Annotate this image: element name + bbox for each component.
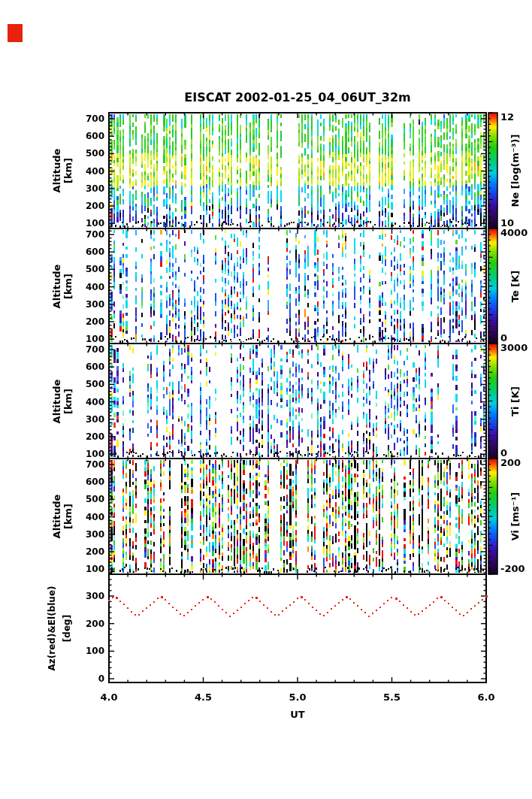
y-tick-label: 200: [77, 619, 104, 629]
y-tick-label: 0: [77, 673, 104, 684]
y-tick-label: 700: [77, 459, 104, 470]
y-tick-label: 600: [77, 247, 104, 257]
y-tick-label: 700: [77, 113, 104, 124]
red-marker-square: [8, 24, 23, 42]
x-tick-label: 4.5: [186, 692, 221, 703]
colorbar-max-label: 4000: [500, 228, 527, 238]
colorbar-title: Ti [K]: [510, 386, 521, 416]
y-tick-label: 500: [77, 264, 104, 274]
x-tick-label: 4.0: [92, 692, 126, 703]
y-tick-label: 100: [77, 449, 104, 459]
y-axis-title: Altitude: [52, 495, 62, 539]
y-tick-label: 700: [77, 229, 104, 240]
y-tick-label: 400: [77, 282, 104, 292]
y-axis-title: Az(red)&El(blue): [47, 586, 57, 670]
y-tick-label: 500: [77, 494, 104, 504]
y-axis-units: [km]: [63, 158, 74, 183]
y-tick-label: 700: [77, 344, 104, 355]
y-axis-title: Altitude: [52, 149, 62, 193]
y-tick-label: 200: [77, 546, 104, 557]
y-tick-label: 600: [77, 477, 104, 487]
y-tick-label: 200: [77, 316, 104, 327]
y-tick-label: 300: [77, 414, 104, 425]
y-tick-label: 600: [77, 362, 104, 372]
y-axis-units: [km]: [63, 273, 74, 298]
colorbar-max-label: 3000: [500, 343, 527, 353]
y-tick-label: 100: [77, 334, 104, 344]
y-axis-title: Altitude: [52, 264, 62, 308]
y-tick-label: 200: [77, 201, 104, 211]
y-tick-label: 500: [77, 148, 104, 159]
x-tick-label: 5.5: [375, 692, 410, 703]
x-tick-label: 6.0: [469, 692, 503, 703]
y-tick-label: 400: [77, 397, 104, 407]
y-tick-label: 300: [77, 591, 104, 601]
colorbar-max-label: 200: [500, 458, 521, 468]
x-tick-label: 5.0: [280, 692, 315, 703]
axis-labels-layer: 700600500400300200100Altitude[km]1210Ne …: [0, 0, 532, 799]
x-axis-title: UT: [275, 710, 320, 720]
y-axis-units: [km]: [63, 388, 74, 413]
colorbar-title: Vi [ms⁻¹]: [510, 492, 521, 541]
colorbar-min-label: -200: [500, 564, 525, 574]
y-axis-units: [km]: [63, 504, 74, 529]
colorbar-title: Te [K]: [510, 270, 521, 301]
y-tick-label: 100: [77, 218, 104, 229]
eiscat-figure: EISCAT 2002-01-25_04_06UT_32m 7006005004…: [0, 0, 532, 799]
y-tick-label: 400: [77, 166, 104, 177]
y-tick-label: 600: [77, 131, 104, 141]
y-tick-label: 100: [77, 646, 104, 656]
y-tick-label: 400: [77, 512, 104, 522]
y-tick-label: 300: [77, 183, 104, 194]
y-tick-label: 500: [77, 379, 104, 389]
y-tick-label: 300: [77, 299, 104, 310]
y-axis-units: [deg]: [62, 615, 72, 642]
colorbar-max-label: 12: [500, 112, 514, 123]
y-tick-label: 200: [77, 431, 104, 442]
colorbar-title: Ne [log(m⁻³)]: [510, 135, 521, 207]
y-tick-label: 300: [77, 529, 104, 540]
y-axis-title: Altitude: [52, 379, 62, 423]
y-tick-label: 100: [77, 564, 104, 574]
